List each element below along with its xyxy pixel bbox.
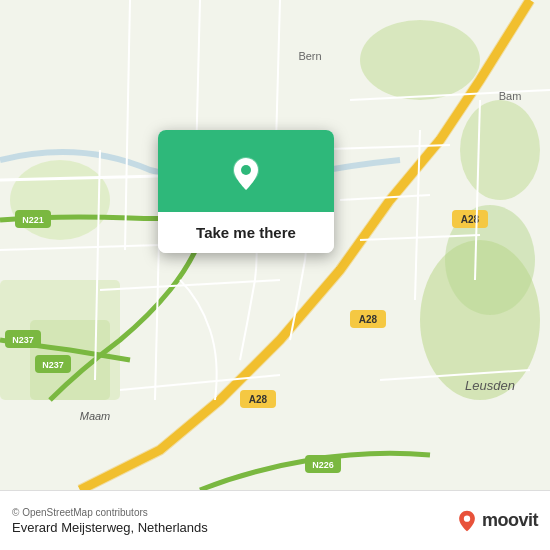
location-name: Everard Meijsterweg, Netherlands xyxy=(12,520,208,535)
svg-text:A28: A28 xyxy=(359,314,378,325)
footer-bar: © OpenStreetMap contributors Everard Mei… xyxy=(0,490,550,550)
svg-text:N237: N237 xyxy=(12,335,34,345)
location-pin-icon xyxy=(224,152,268,196)
svg-point-44 xyxy=(464,515,470,521)
svg-point-2 xyxy=(460,100,540,200)
moovit-text: moovit xyxy=(482,510,538,531)
attribution-text: © OpenStreetMap contributors xyxy=(12,507,208,518)
take-me-there-button[interactable]: Take me there xyxy=(158,212,334,253)
popup-card[interactable]: Take me there xyxy=(158,130,334,253)
moovit-pin-icon xyxy=(456,510,478,532)
svg-text:Maam: Maam xyxy=(80,410,111,422)
svg-point-43 xyxy=(241,165,251,175)
map-container[interactable]: A28 A28 A28 N221 N237 N237 N226 xyxy=(0,0,550,490)
svg-text:N237: N237 xyxy=(42,360,64,370)
svg-text:Bam: Bam xyxy=(499,90,522,102)
footer-left: © OpenStreetMap contributors Everard Mei… xyxy=(12,507,208,535)
svg-text:N226: N226 xyxy=(312,460,334,470)
svg-text:Bern: Bern xyxy=(298,50,321,62)
svg-text:A28: A28 xyxy=(249,394,268,405)
svg-text:Leusden: Leusden xyxy=(465,378,515,393)
svg-point-5 xyxy=(360,20,480,100)
svg-text:N221: N221 xyxy=(22,215,44,225)
moovit-logo: moovit xyxy=(456,510,538,532)
popup-green-area xyxy=(158,130,334,212)
